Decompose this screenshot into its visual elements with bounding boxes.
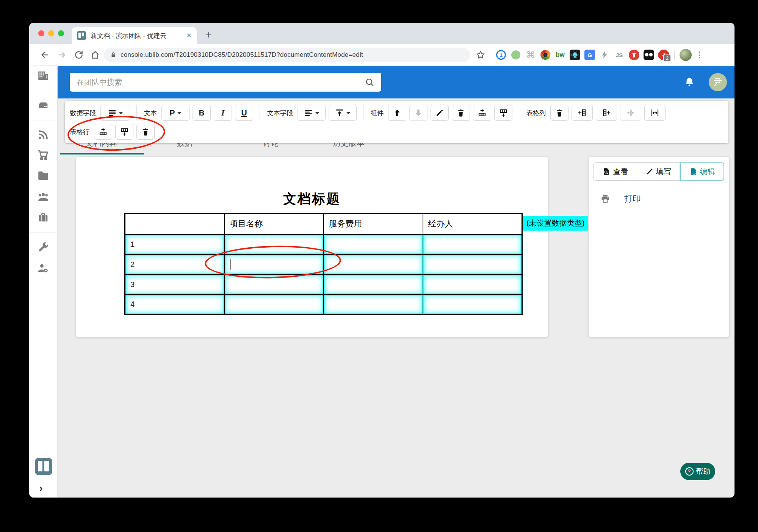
table-data-cell[interactable] (324, 295, 423, 315)
print-action[interactable]: 打印 (600, 193, 641, 204)
row-number-cell[interactable]: 3 (125, 275, 224, 295)
sidebar-divider (29, 92, 58, 92)
table-data-cell[interactable] (423, 234, 522, 254)
add-component-below-button[interactable] (494, 105, 512, 121)
sidebar-item-folder[interactable] (37, 169, 50, 182)
table-column-label: 表格列 (526, 109, 546, 117)
adblock-extension-icon[interactable]: 2 (658, 49, 669, 61)
text-align-dropdown[interactable] (298, 105, 326, 121)
reload-icon[interactable] (74, 50, 84, 60)
component-label: 组件 (371, 109, 384, 117)
sidebar-item-user-settings[interactable] (37, 262, 50, 275)
toolbar-row-1: 数据字段 文本 P B I U 文本字段 (69, 104, 724, 122)
insert-column-right-button[interactable] (596, 105, 617, 121)
browser-menu-icon[interactable]: ⋮ (695, 50, 700, 60)
clear-cache-extension-icon[interactable] (628, 49, 640, 61)
react-devtools-extension-icon[interactable] (569, 49, 581, 61)
sidebar-item-company[interactable] (37, 69, 50, 82)
delete-component-button[interactable] (452, 105, 470, 121)
row-number-cell[interactable]: 1 (125, 234, 224, 254)
sidebar-divider (29, 232, 58, 232)
view-mode-button[interactable]: 查看 (594, 162, 637, 181)
table-header-cell[interactable] (125, 214, 224, 234)
password-manager-extension-icon[interactable]: 1 (495, 49, 507, 61)
search-input[interactable] (77, 78, 365, 87)
paragraph-dropdown[interactable]: P (161, 105, 190, 121)
sidebar-expand-chevron-icon[interactable]: › (39, 482, 43, 495)
app-sidebar: › (29, 66, 58, 498)
back-icon[interactable] (40, 50, 50, 60)
home-icon[interactable] (90, 50, 100, 60)
edit-mode-button[interactable]: 编辑 (680, 162, 724, 181)
user-avatar[interactable]: 尹 (709, 73, 727, 91)
table-data-cell[interactable] (423, 275, 522, 295)
app-logo[interactable] (35, 458, 52, 475)
js-toggle-extension-icon[interactable]: JS (614, 49, 625, 61)
lightning-extension-icon[interactable] (599, 49, 610, 61)
align-left-icon (304, 108, 313, 117)
url-bar[interactable]: console.ublib.com/T20190310DC85/D2020051… (104, 48, 470, 62)
sidebar-item-tools[interactable] (37, 241, 50, 254)
column-width-button[interactable] (644, 105, 666, 121)
italic-button[interactable]: I (214, 105, 232, 121)
table-data-cell[interactable] (224, 295, 324, 315)
sidebar-divider (29, 120, 58, 120)
underline-button[interactable]: U (235, 105, 253, 121)
table-header-cell[interactable]: 经办人 (423, 214, 522, 234)
trash-icon (456, 108, 465, 117)
bold-button[interactable]: B (193, 105, 211, 121)
help-button[interactable]: ? 帮助 (680, 463, 715, 480)
minimize-window-button[interactable] (48, 30, 54, 36)
notifications-bell-icon[interactable] (684, 76, 695, 88)
delete-column-button[interactable] (550, 105, 568, 121)
caret-down-icon (315, 112, 319, 114)
browser-tab[interactable]: 新文档 - 演示团队 - 优建云 × (72, 27, 197, 44)
zoom-window-button[interactable] (58, 30, 64, 36)
move-component-down-button[interactable] (409, 105, 428, 121)
bookmark-star-icon[interactable] (476, 50, 485, 60)
vertical-align-dropdown[interactable] (329, 105, 357, 121)
close-window-button[interactable] (38, 30, 44, 36)
team-search-box[interactable] (70, 73, 381, 92)
trash-icon (555, 108, 564, 117)
table-data-cell[interactable] (423, 295, 522, 315)
pencil-icon (435, 108, 444, 117)
site-favicon (77, 31, 86, 40)
colorful-ring-extension-icon[interactable] (540, 49, 551, 61)
document-card: 文档标题 项目名称服务费用经办人1234 (76, 157, 548, 337)
translate-extension-icon[interactable]: G (584, 49, 595, 61)
fill-mode-label: 填写 (656, 167, 671, 177)
caret-down-icon (119, 112, 123, 114)
browser-profile-avatar[interactable] (680, 49, 692, 61)
sidebar-item-briefcase[interactable] (37, 211, 50, 224)
table-header-cell[interactable]: 服务费用 (324, 214, 423, 234)
tab-close-icon[interactable]: × (186, 31, 191, 40)
document-title[interactable]: 文档标题 (76, 190, 548, 208)
insert-column-left-icon (578, 108, 587, 117)
forward-icon[interactable] (57, 50, 67, 60)
table-header-cell[interactable]: 项目名称 (224, 214, 324, 234)
sidebar-item-cart[interactable] (37, 148, 50, 161)
dark-glasses-extension-icon[interactable] (643, 49, 655, 61)
insert-column-left-button[interactable] (572, 105, 593, 121)
bitwarden-extension-icon[interactable]: bw (554, 49, 566, 61)
table-row: 4 (125, 295, 522, 315)
shortcut-extension-icon[interactable]: ⌘ (525, 49, 536, 61)
sidebar-item-feed[interactable] (37, 128, 50, 141)
sidebar-item-storage[interactable] (37, 99, 50, 112)
green-dot-extension-icon[interactable] (510, 49, 522, 61)
fill-mode-button[interactable]: 填写 (637, 162, 680, 181)
table-data-cell[interactable] (423, 254, 522, 275)
add-component-above-button[interactable] (473, 105, 491, 121)
sidebar-item-team[interactable] (37, 190, 50, 203)
search-icon[interactable] (365, 77, 374, 87)
table-data-cell[interactable] (324, 234, 423, 254)
table-data-cell[interactable] (324, 275, 423, 295)
printer-icon (600, 193, 611, 204)
move-component-up-button[interactable] (388, 105, 406, 121)
edit-component-button[interactable] (431, 105, 449, 121)
merge-columns-button[interactable] (620, 105, 641, 121)
row-number-cell[interactable]: 4 (125, 295, 224, 315)
new-tab-button[interactable]: + (202, 28, 215, 42)
pencil-icon (645, 167, 654, 176)
